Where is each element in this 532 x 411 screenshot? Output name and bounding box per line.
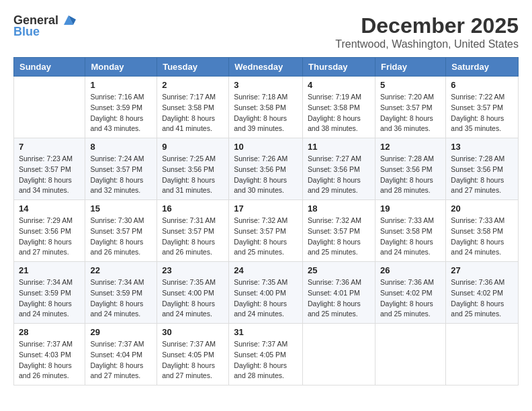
day-info: Sunrise: 7:26 AMSunset: 3:56 PMDaylight:… [234,154,298,196]
day-info: Sunrise: 7:36 AMSunset: 4:02 PMDaylight:… [380,277,441,320]
day-number: 12 [380,142,441,152]
day-number: 26 [380,265,441,275]
calendar-body: 1Sunrise: 7:16 AMSunset: 3:59 PMDaylight… [14,77,519,385]
calendar-cell: 22Sunrise: 7:34 AMSunset: 3:59 PMDayligh… [85,262,157,324]
day-info: Sunrise: 7:28 AMSunset: 3:56 PMDaylight:… [451,154,513,196]
day-number: 3 [234,80,298,90]
calendar-cell: 2Sunrise: 7:17 AMSunset: 3:58 PMDaylight… [157,77,229,138]
day-info: Sunrise: 7:36 AMSunset: 4:01 PMDaylight:… [308,277,370,320]
calendar-cell: 14Sunrise: 7:29 AMSunset: 3:56 PMDayligh… [14,200,85,262]
calendar-cell: 21Sunrise: 7:34 AMSunset: 3:59 PMDayligh… [14,262,85,324]
day-info: Sunrise: 7:29 AMSunset: 3:56 PMDaylight:… [19,216,80,258]
calendar-cell: 7Sunrise: 7:23 AMSunset: 3:57 PMDaylight… [14,138,85,200]
calendar-cell: 11Sunrise: 7:27 AMSunset: 3:56 PMDayligh… [303,138,375,200]
calendar-cell [446,324,519,385]
calendar-cell: 10Sunrise: 7:26 AMSunset: 3:56 PMDayligh… [229,138,303,200]
day-number: 17 [234,203,298,214]
day-number: 14 [19,203,80,214]
calendar-header: Sunday Monday Tuesday Wednesday Thursday… [14,58,519,77]
day-info: Sunrise: 7:37 AMSunset: 4:03 PMDaylight:… [19,339,80,381]
calendar-cell: 3Sunrise: 7:18 AMSunset: 3:58 PMDaylight… [229,77,303,138]
day-info: Sunrise: 7:32 AMSunset: 3:57 PMDaylight:… [234,216,298,258]
day-number: 6 [451,80,513,90]
day-number: 15 [90,203,152,214]
day-number: 4 [308,80,370,90]
day-number: 7 [19,142,80,152]
calendar-cell: 4Sunrise: 7:19 AMSunset: 3:58 PMDaylight… [303,77,375,138]
day-info: Sunrise: 7:33 AMSunset: 3:58 PMDaylight:… [380,216,441,258]
calendar-cell: 25Sunrise: 7:36 AMSunset: 4:01 PMDayligh… [303,262,375,324]
day-info: Sunrise: 7:33 AMSunset: 3:58 PMDaylight:… [451,216,513,258]
day-info: Sunrise: 7:37 AMSunset: 4:05 PMDaylight:… [162,339,224,381]
calendar-cell: 17Sunrise: 7:32 AMSunset: 3:57 PMDayligh… [229,200,303,262]
day-number: 21 [19,265,80,275]
day-info: Sunrise: 7:16 AMSunset: 3:59 PMDaylight:… [90,92,152,134]
day-info: Sunrise: 7:34 AMSunset: 3:59 PMDaylight:… [90,277,152,320]
calendar-cell: 16Sunrise: 7:31 AMSunset: 3:57 PMDayligh… [157,200,229,262]
day-number: 25 [308,265,370,275]
day-number: 20 [451,203,513,214]
day-number: 31 [234,327,298,337]
calendar-cell: 23Sunrise: 7:35 AMSunset: 4:00 PMDayligh… [157,262,229,324]
header-row: Sunday Monday Tuesday Wednesday Thursday… [14,58,519,77]
week-row-2: 7Sunrise: 7:23 AMSunset: 3:57 PMDaylight… [14,138,519,200]
header-monday: Monday [85,58,157,77]
header-tuesday: Tuesday [157,58,229,77]
day-info: Sunrise: 7:32 AMSunset: 3:57 PMDaylight:… [308,216,370,258]
day-number: 30 [162,327,224,337]
day-info: Sunrise: 7:34 AMSunset: 3:59 PMDaylight:… [19,277,80,320]
calendar-table: Sunday Monday Tuesday Wednesday Thursday… [13,57,519,385]
day-number: 23 [162,265,224,275]
calendar-cell: 28Sunrise: 7:37 AMSunset: 4:03 PMDayligh… [14,324,85,385]
calendar-cell: 13Sunrise: 7:28 AMSunset: 3:56 PMDayligh… [446,138,519,200]
day-number: 22 [90,265,152,275]
day-number: 13 [451,142,513,152]
day-info: Sunrise: 7:35 AMSunset: 4:00 PMDaylight:… [162,277,224,320]
header-wednesday: Wednesday [229,58,303,77]
day-number: 28 [19,327,80,337]
calendar-cell: 9Sunrise: 7:25 AMSunset: 3:56 PMDaylight… [157,138,229,200]
calendar-cell: 24Sunrise: 7:35 AMSunset: 4:00 PMDayligh… [229,262,303,324]
day-number: 24 [234,265,298,275]
day-info: Sunrise: 7:18 AMSunset: 3:58 PMDaylight:… [234,92,298,134]
calendar-cell [303,324,375,385]
header-friday: Friday [375,58,445,77]
calendar-cell: 8Sunrise: 7:24 AMSunset: 3:57 PMDaylight… [85,138,157,200]
day-number: 11 [308,142,370,152]
header: General Blue December 2025 Trentwood, Wa… [13,13,519,50]
week-row-3: 14Sunrise: 7:29 AMSunset: 3:56 PMDayligh… [14,200,519,262]
calendar-cell: 6Sunrise: 7:22 AMSunset: 3:57 PMDaylight… [446,77,519,138]
day-info: Sunrise: 7:19 AMSunset: 3:58 PMDaylight:… [308,92,370,134]
calendar-cell: 30Sunrise: 7:37 AMSunset: 4:05 PMDayligh… [157,324,229,385]
day-info: Sunrise: 7:17 AMSunset: 3:58 PMDaylight:… [162,92,224,134]
calendar-cell [375,324,445,385]
week-row-1: 1Sunrise: 7:16 AMSunset: 3:59 PMDaylight… [14,77,519,138]
day-number: 18 [308,203,370,214]
header-thursday: Thursday [303,58,375,77]
day-number: 19 [380,203,441,214]
week-row-4: 21Sunrise: 7:34 AMSunset: 3:59 PMDayligh… [14,262,519,324]
day-info: Sunrise: 7:27 AMSunset: 3:56 PMDaylight:… [308,154,370,196]
calendar-cell: 18Sunrise: 7:32 AMSunset: 3:57 PMDayligh… [303,200,375,262]
day-info: Sunrise: 7:22 AMSunset: 3:57 PMDaylight:… [451,92,513,134]
day-info: Sunrise: 7:30 AMSunset: 3:57 PMDaylight:… [90,216,152,258]
header-sunday: Sunday [14,58,85,77]
calendar-cell: 1Sunrise: 7:16 AMSunset: 3:59 PMDaylight… [85,77,157,138]
day-info: Sunrise: 7:24 AMSunset: 3:57 PMDaylight:… [90,154,152,196]
day-info: Sunrise: 7:20 AMSunset: 3:57 PMDaylight:… [380,92,441,134]
calendar-cell: 26Sunrise: 7:36 AMSunset: 4:02 PMDayligh… [375,262,445,324]
day-info: Sunrise: 7:31 AMSunset: 3:57 PMDaylight:… [162,216,224,258]
logo-icon [61,13,76,28]
calendar-cell: 27Sunrise: 7:36 AMSunset: 4:02 PMDayligh… [446,262,519,324]
day-number: 5 [380,80,441,90]
week-row-5: 28Sunrise: 7:37 AMSunset: 4:03 PMDayligh… [14,324,519,385]
day-number: 2 [162,80,224,90]
day-number: 10 [234,142,298,152]
day-info: Sunrise: 7:28 AMSunset: 3:56 PMDaylight:… [380,154,441,196]
calendar-cell: 12Sunrise: 7:28 AMSunset: 3:56 PMDayligh… [375,138,445,200]
day-info: Sunrise: 7:23 AMSunset: 3:57 PMDaylight:… [19,154,80,196]
day-number: 8 [90,142,152,152]
day-number: 1 [90,80,152,90]
day-number: 29 [90,327,152,337]
calendar-cell: 15Sunrise: 7:30 AMSunset: 3:57 PMDayligh… [85,200,157,262]
